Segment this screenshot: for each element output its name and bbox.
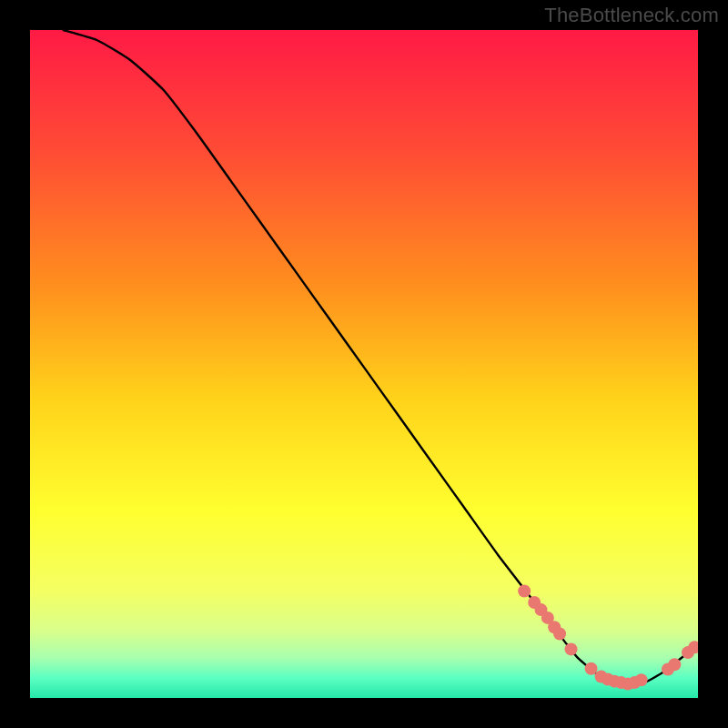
chart-stage: TheBottleneck.com	[0, 0, 728, 728]
marker-dot	[635, 673, 648, 686]
marker-dot	[518, 585, 531, 598]
marker-dot	[585, 662, 598, 675]
gradient-background	[30, 30, 698, 698]
plot-area	[30, 30, 698, 698]
watermark-text: TheBottleneck.com	[544, 4, 719, 27]
marker-dot	[668, 658, 681, 671]
marker-dot	[565, 642, 578, 655]
marker-dot	[553, 628, 566, 641]
chart-svg	[30, 30, 698, 698]
